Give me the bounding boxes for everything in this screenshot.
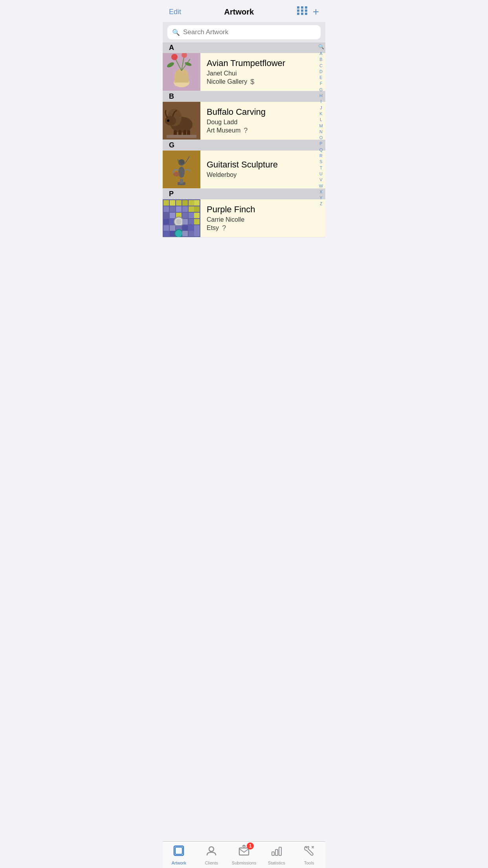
svg-rect-3 [297, 9, 299, 12]
section-header-a: A [163, 42, 325, 53]
search-icon: 🔍 [172, 29, 180, 36]
artwork-info: Purple Finch Carrie Nicolle Etsy ? [200, 200, 325, 237]
artwork-info: Avian Trumpetflower Janet Chui Nicolle G… [200, 53, 325, 91]
section-header-b: B [163, 91, 325, 102]
svg-rect-5 [305, 9, 307, 12]
list-item[interactable]: Purple Finch Carrie Nicolle Etsy ? [163, 199, 325, 237]
artwork-artist: Welderboy [207, 171, 319, 178]
search-bar[interactable]: 🔍 [167, 25, 321, 39]
search-bar-container: 🔍 [163, 22, 325, 42]
svg-rect-26 [167, 135, 196, 138]
svg-rect-61 [163, 225, 169, 231]
gallery-name: Etsy [207, 224, 219, 232]
list-item[interactable]: Avian Trumpetflower Janet Chui Nicolle G… [163, 53, 325, 91]
svg-rect-37 [170, 200, 175, 206]
alpha-n[interactable]: N [319, 129, 323, 134]
svg-point-27 [167, 120, 169, 122]
artwork-gallery: Nicolle Gallery $ [207, 78, 319, 86]
artwork-thumbnail [163, 199, 200, 237]
alpha-search-icon[interactable]: 🔍 [318, 44, 324, 50]
artwork-thumbnail [163, 102, 200, 140]
alpha-k[interactable]: K [319, 111, 322, 116]
svg-rect-24 [183, 130, 186, 136]
svg-rect-72 [194, 231, 200, 236]
svg-rect-48 [163, 213, 169, 218]
svg-rect-67 [163, 231, 169, 236]
alpha-r[interactable]: R [319, 153, 323, 158]
svg-rect-7 [301, 13, 303, 15]
svg-rect-41 [194, 200, 200, 206]
alpha-l[interactable]: L [320, 117, 322, 122]
svg-rect-49 [170, 213, 175, 218]
artwork-title: Avian Trumpetflower [207, 58, 319, 68]
svg-point-14 [171, 54, 178, 60]
artwork-artist: Carrie Nicolle [207, 216, 319, 223]
alpha-c[interactable]: C [319, 63, 323, 68]
gallery-name: Nicolle Gallery [207, 78, 247, 85]
svg-rect-54 [163, 219, 169, 224]
alpha-s[interactable]: S [319, 159, 322, 164]
alpha-f[interactable]: F [320, 81, 323, 86]
alpha-m[interactable]: M [319, 123, 323, 129]
svg-rect-38 [176, 200, 182, 206]
svg-rect-8 [305, 13, 307, 15]
artwork-title: Purple Finch [207, 204, 319, 215]
artwork-info: Guitarist Sculpture Welderboy [200, 155, 325, 184]
alpha-u[interactable]: U [319, 171, 323, 177]
alpha-d[interactable]: D [319, 69, 323, 74]
list-item[interactable]: Guitarist Sculpture Welderboy [163, 151, 325, 189]
alpha-e[interactable]: E [319, 75, 322, 80]
svg-point-32 [178, 167, 185, 178]
svg-rect-45 [182, 206, 188, 212]
artwork-thumbnail [163, 151, 200, 188]
add-button[interactable]: + [313, 6, 319, 18]
svg-rect-51 [182, 213, 188, 218]
alpha-j[interactable]: J [320, 105, 322, 110]
svg-rect-36 [163, 200, 169, 206]
svg-rect-0 [297, 6, 299, 9]
svg-rect-31 [180, 179, 183, 184]
alpha-g[interactable]: G [319, 87, 323, 92]
page-title: Artwork [224, 7, 254, 17]
search-input[interactable] [183, 28, 316, 36]
svg-rect-40 [189, 200, 194, 206]
svg-rect-53 [194, 213, 200, 218]
price-icon: $ [250, 78, 254, 86]
svg-rect-39 [182, 200, 188, 206]
alpha-t[interactable]: T [320, 165, 323, 171]
svg-rect-52 [189, 213, 194, 218]
alpha-z[interactable]: Z [320, 201, 323, 206]
svg-rect-58 [182, 219, 188, 224]
svg-rect-44 [176, 206, 182, 212]
svg-rect-25 [187, 130, 190, 136]
alpha-i[interactable]: I [320, 99, 321, 104]
grid-icon[interactable] [297, 6, 307, 17]
svg-rect-68 [170, 231, 175, 236]
list-item[interactable]: Buffalo Carving Doug Ladd Art Museum ? [163, 102, 325, 140]
alpha-v[interactable]: V [319, 177, 322, 182]
svg-rect-65 [189, 225, 194, 231]
svg-rect-71 [189, 231, 194, 236]
alpha-h[interactable]: H [319, 93, 323, 98]
alpha-q[interactable]: Q [319, 147, 323, 153]
svg-point-69 [175, 230, 183, 237]
alpha-x[interactable]: X [319, 189, 322, 195]
header: Edit Artwork + [163, 0, 325, 22]
svg-rect-59 [189, 219, 194, 224]
alpha-o[interactable]: O [319, 135, 323, 140]
alpha-y[interactable]: Y [319, 195, 322, 200]
artwork-artist: Doug Ladd [207, 119, 319, 126]
alpha-w[interactable]: W [319, 183, 323, 189]
svg-point-57 [176, 219, 182, 224]
alpha-b[interactable]: B [319, 57, 322, 62]
section-header-p: P [163, 189, 325, 199]
svg-rect-1 [301, 6, 303, 9]
artwork-thumbnail [163, 53, 200, 91]
content-area: 🔍 A B C D E F G H I J K L M N O P Q R S … [163, 42, 325, 264]
alpha-index[interactable]: 🔍 A B C D E F G H I J K L M N O P Q R S … [317, 42, 325, 264]
alpha-a[interactable]: A [319, 51, 322, 56]
alpha-p[interactable]: P [319, 141, 322, 146]
artwork-gallery: Etsy ? [207, 224, 319, 232]
edit-button[interactable]: Edit [169, 8, 181, 16]
svg-rect-64 [182, 225, 188, 231]
